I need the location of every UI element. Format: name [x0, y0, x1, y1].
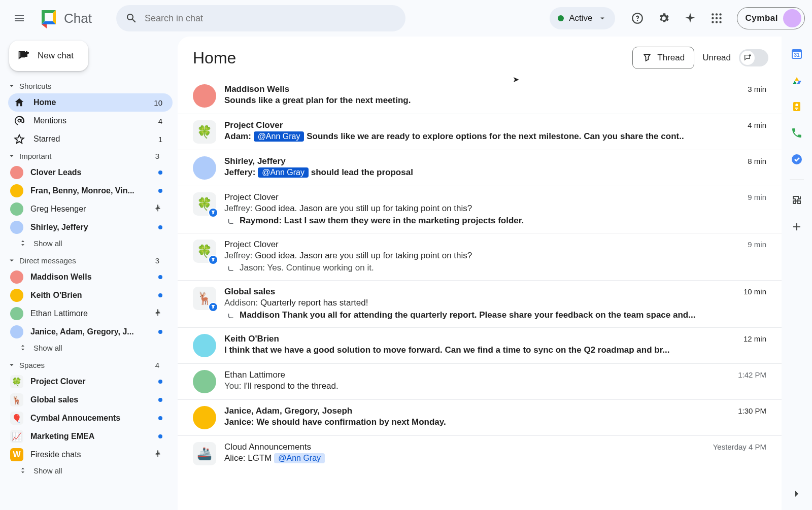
conversation-avatar: 🦌	[193, 287, 216, 310]
conversation-row[interactable]: 🍀Project Clover9 minJeffrey: Good idea. …	[178, 186, 782, 233]
caret-down-icon	[7, 256, 16, 265]
at-icon	[14, 115, 25, 126]
svg-point-4	[715, 17, 717, 19]
search-bar[interactable]	[116, 5, 405, 31]
sidebar-item-mentions[interactable]: Mentions 4	[8, 112, 173, 130]
conversation-avatar: 🚢	[193, 442, 216, 465]
sidebar-item[interactable]: Shirley, Jeffery	[8, 218, 173, 236]
sidebar-item-label: Marketing EMEA	[30, 432, 151, 441]
show-all-dms[interactable]: Show all	[0, 341, 178, 357]
sidebar-item[interactable]: 🦌Global sales	[8, 391, 173, 409]
conversation-preview: I think that we have a good solution to …	[224, 345, 766, 355]
gemini-button[interactable]	[679, 7, 701, 29]
sidebar-item[interactable]: Maddison Wells	[8, 268, 173, 286]
conversation-row[interactable]: Shirley, Jeffery8 minJeffery: @Ann Gray …	[178, 150, 782, 186]
shortcuts-header[interactable]: Shortcuts	[0, 78, 178, 93]
tasks-button[interactable]	[791, 153, 803, 165]
sidebar-item[interactable]: Keith O'Brien	[8, 286, 173, 304]
thread-badge-icon	[208, 255, 218, 265]
unread-dot-icon	[158, 225, 162, 229]
unread-dot-icon	[158, 380, 162, 384]
pin-icon	[153, 449, 162, 460]
status-selector[interactable]: Active	[550, 7, 615, 29]
sidebar-item[interactable]: Janice, Adam, Gregory, J...	[8, 323, 173, 341]
conversation-row[interactable]: 🚢Cloud AnnouncementsYesterday 4 PMAlice:…	[178, 436, 782, 471]
apps-button[interactable]	[705, 7, 728, 29]
thread-badge-icon	[208, 208, 218, 218]
sidebar-item[interactable]: 📈Marketing EMEA	[8, 427, 173, 446]
voice-button[interactable]	[791, 127, 803, 139]
conversation-row[interactable]: 🍀Project Clover9 minJeffrey: Good idea. …	[178, 233, 782, 281]
app-logo[interactable]: Chat	[38, 7, 92, 29]
conversation-title: Keith O'Brien	[224, 334, 279, 344]
sidebar-item[interactable]: Greg Hesenger	[8, 200, 173, 218]
pin-icon	[153, 308, 162, 319]
sidebar-item-label: Janice, Adam, Gregory, J...	[30, 327, 151, 336]
reply-arrow-icon	[226, 218, 235, 227]
star-icon	[14, 133, 25, 145]
conversation-time: 1:42 PM	[738, 370, 766, 379]
conversation-avatar	[193, 406, 216, 429]
sidebar-item-starred[interactable]: Starred 1	[8, 130, 173, 148]
thread-badge-icon	[208, 302, 218, 312]
chat-unread-icon	[743, 54, 752, 62]
conversation-row[interactable]: Janice, Adam, Gregory, Joseph1:30 PMJani…	[178, 400, 782, 436]
thread-filter-button[interactable]: Thread	[632, 47, 694, 69]
mention-chip: @Ann Gray	[274, 453, 325, 463]
conversation-reply: Jason: Yes. Continue working on it.	[224, 263, 766, 274]
new-chat-button[interactable]: New chat	[9, 41, 88, 71]
keep-button[interactable]	[791, 100, 803, 113]
pin-icon	[153, 203, 162, 215]
sidebar-item-label: Fran, Benny, Monroe, Vin...	[30, 186, 151, 195]
conversation-reply: Maddison Thank you all for attending the…	[224, 310, 766, 321]
sidebar-item[interactable]: Ethan Lattimore	[8, 304, 173, 323]
conversation-time: Yesterday 4 PM	[713, 443, 766, 451]
svg-point-6	[712, 21, 714, 23]
conversation-title: Global sales	[224, 287, 275, 297]
conversation-row[interactable]: 🦌Global sales10 minAddison: Quarterly re…	[178, 281, 782, 328]
unread-label: Unread	[702, 53, 731, 63]
unread-toggle[interactable]	[739, 49, 768, 66]
sidebar-item-home[interactable]: Home 10	[8, 93, 173, 112]
side-panel-rail: 31	[782, 37, 812, 510]
conversation-row[interactable]: Keith O'Brien12 minI think that we have …	[178, 328, 782, 364]
conversation-row[interactable]: Maddison Wells3 minSounds like a great p…	[178, 78, 782, 114]
sidebar-item[interactable]: WFireside chats	[8, 446, 173, 464]
addons-button[interactable]	[791, 194, 803, 207]
collapse-rail-button[interactable]	[791, 488, 803, 500]
unread-dot-icon	[158, 293, 162, 297]
settings-button[interactable]	[653, 7, 675, 29]
unread-dot-icon	[158, 330, 162, 334]
sidebar-item[interactable]: Fran, Benny, Monroe, Vin...	[8, 182, 173, 200]
drive-button[interactable]	[791, 74, 803, 86]
search-input[interactable]	[145, 13, 396, 24]
conversation-row[interactable]: Ethan Lattimore1:42 PMYou: I'll respond …	[178, 364, 782, 400]
svg-point-3	[712, 17, 714, 19]
show-all-spaces[interactable]: Show all	[0, 464, 178, 480]
sidebar-item[interactable]: 🍀Project Clover	[8, 372, 173, 391]
conversation-title: Maddison Wells	[224, 84, 289, 94]
calendar-button[interactable]: 31	[791, 48, 803, 60]
keep-icon	[791, 100, 803, 113]
main-header: Home Thread Unread	[178, 47, 782, 74]
help-button[interactable]	[626, 7, 649, 29]
conversation-row[interactable]: 🍀Project Clover4 minAdam: @Ann Gray Soun…	[178, 114, 782, 150]
chat-logo-icon	[38, 7, 60, 29]
conversation-title: Project Clover	[224, 240, 279, 250]
mention-chip: @Ann Gray	[254, 131, 304, 142]
sidebar-item-label: Cymbal Annoucements	[30, 414, 151, 423]
show-all-important[interactable]: Show all	[0, 236, 178, 253]
menu-button[interactable]	[7, 6, 31, 30]
add-button[interactable]	[791, 221, 803, 233]
sidebar-item-label: Greg Hesenger	[30, 205, 146, 214]
conversation-list: Maddison Wells3 minSounds like a great p…	[178, 74, 782, 471]
spaces-header[interactable]: Spaces 4	[0, 357, 178, 372]
sidebar-item[interactable]: 🎈Cymbal Annoucements	[8, 409, 173, 427]
conversation-avatar	[193, 334, 216, 357]
sidebar-item[interactable]: Clover Leads	[8, 163, 173, 182]
important-header[interactable]: Important 3	[0, 148, 178, 163]
dms-header[interactable]: Direct messages 3	[0, 253, 178, 268]
svg-point-8	[719, 21, 721, 23]
account-switcher[interactable]: Cymbal	[737, 7, 805, 29]
conversation-time: 9 min	[748, 193, 766, 201]
